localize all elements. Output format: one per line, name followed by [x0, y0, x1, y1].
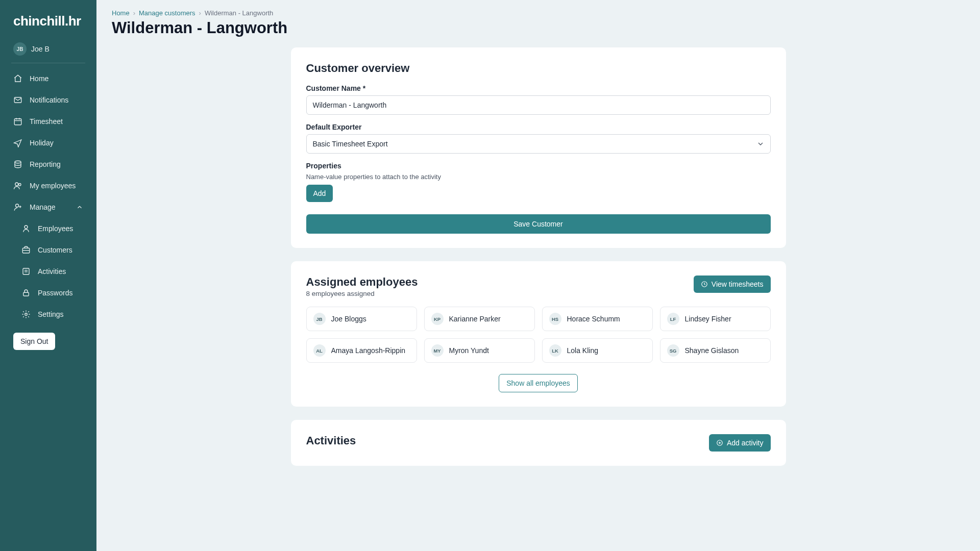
- svg-rect-1: [14, 119, 21, 125]
- sidebar-item-settings[interactable]: Settings: [5, 304, 91, 324]
- svg-rect-17: [23, 292, 29, 296]
- brand-logo: chinchill.hr: [0, 9, 96, 39]
- employee-name: Lindsey Fisher: [685, 315, 731, 323]
- employees-title: Assigned employees: [306, 276, 418, 289]
- user-name: Joe B: [31, 45, 50, 53]
- sidebar-item-label: Manage: [30, 203, 56, 211]
- overview-title: Customer overview: [306, 62, 771, 75]
- employee-name: Horace Schumm: [567, 315, 620, 323]
- clock-icon: [701, 281, 708, 288]
- sidebar-item-label: Customers: [38, 246, 72, 254]
- briefcase-icon: [21, 245, 31, 255]
- employee-avatar: AL: [313, 344, 326, 357]
- employee-card[interactable]: LKLola Kling: [542, 338, 653, 363]
- customer-overview-card: Customer overview Customer Name * Defaul…: [291, 47, 786, 248]
- svg-point-5: [15, 161, 21, 163]
- sidebar-item-timesheet[interactable]: Timesheet: [5, 111, 91, 132]
- view-timesheets-button[interactable]: View timesheets: [694, 276, 771, 293]
- svg-point-6: [15, 183, 18, 186]
- customer-name-field: Customer Name *: [306, 84, 771, 115]
- employee-name: Myron Yundt: [449, 346, 489, 355]
- add-activity-button[interactable]: Add activity: [709, 434, 771, 452]
- employee-card[interactable]: HSHorace Schumm: [542, 307, 653, 331]
- database-icon: [13, 160, 22, 169]
- sidebar-item-employees[interactable]: Employees: [5, 218, 91, 239]
- gear-icon: [21, 310, 31, 319]
- employee-card[interactable]: MYMyron Yundt: [424, 338, 535, 363]
- employees-grid: JBJoe BloggsKPKarianne ParkerHSHorace Sc…: [306, 307, 771, 363]
- divider: [11, 63, 85, 63]
- sidebar-item-notifications[interactable]: Notifications: [5, 90, 91, 110]
- sidebar-item-label: My employees: [30, 182, 76, 190]
- user-avatar: JB: [13, 42, 27, 56]
- sidebar-item-home[interactable]: Home: [5, 68, 91, 89]
- sidebar-item-passwords[interactable]: Passwords: [5, 283, 91, 303]
- breadcrumb-current: Wilderman - Langworth: [205, 9, 273, 17]
- sidebar-item-label: Reporting: [30, 160, 61, 168]
- employee-avatar: MY: [431, 344, 444, 357]
- breadcrumb-link-home[interactable]: Home: [112, 9, 130, 17]
- employee-card[interactable]: ALAmaya Langosh-Rippin: [306, 338, 417, 363]
- plus-circle-icon: [716, 439, 723, 446]
- properties-label: Properties: [306, 162, 771, 170]
- page-title: Wilderman - Langworth: [112, 19, 965, 37]
- show-all-employees-button[interactable]: Show all employees: [499, 374, 578, 392]
- employee-avatar: SG: [667, 344, 679, 357]
- lock-icon: [21, 288, 31, 297]
- user-plus-icon: [13, 203, 22, 212]
- properties-field: Properties Name-value properties to atta…: [306, 162, 771, 202]
- user-row[interactable]: JB Joe B: [0, 39, 96, 63]
- sidebar-nav: HomeNotificationsTimesheetHolidayReporti…: [0, 68, 96, 324]
- employee-name: Karianne Parker: [449, 315, 501, 323]
- default-exporter-label: Default Exporter: [306, 123, 771, 131]
- sidebar-item-label: Employees: [38, 224, 73, 233]
- sidebar-item-my-employees[interactable]: My employees: [5, 176, 91, 196]
- sidebar-item-label: Activities: [38, 267, 66, 276]
- plane-icon: [13, 138, 22, 147]
- main-content: Home › Manage customers › Wilderman - La…: [96, 0, 980, 551]
- add-property-button[interactable]: Add: [306, 185, 333, 202]
- activities-title: Activities: [306, 434, 356, 447]
- chevron-up-icon: [76, 204, 83, 211]
- default-exporter-select[interactable]: Basic Timesheet Export: [306, 134, 771, 154]
- sidebar-item-manage[interactable]: Manage: [5, 197, 91, 217]
- customer-name-input[interactable]: [306, 95, 771, 115]
- breadcrumb-link-manage[interactable]: Manage customers: [139, 9, 195, 17]
- assigned-employees-card: Assigned employees 8 employees assigned …: [291, 261, 786, 407]
- user-icon: [21, 224, 31, 233]
- save-customer-button[interactable]: Save Customer: [306, 214, 771, 234]
- properties-desc: Name-value properties to attach to the a…: [306, 173, 771, 181]
- employee-card[interactable]: SGShayne Gislason: [660, 338, 771, 363]
- sidebar-item-label: Home: [30, 74, 48, 83]
- mail-icon: [13, 95, 22, 105]
- sidebar-item-label: Notifications: [30, 96, 68, 104]
- chevron-right-icon: ›: [133, 9, 135, 17]
- sidebar-item-label: Passwords: [38, 289, 72, 297]
- employee-card[interactable]: JBJoe Bloggs: [306, 307, 417, 331]
- employee-card[interactable]: LFLindsey Fisher: [660, 307, 771, 331]
- sidebar-item-activities[interactable]: Activities: [5, 261, 91, 282]
- sidebar: chinchill.hr JB Joe B HomeNotificationsT…: [0, 0, 96, 551]
- activities-card: Activities Add activity: [291, 420, 786, 466]
- employee-card[interactable]: KPKarianne Parker: [424, 307, 535, 331]
- signout-button[interactable]: Sign Out: [13, 333, 55, 350]
- view-timesheets-label: View timesheets: [712, 280, 764, 288]
- employee-avatar: KP: [431, 313, 444, 325]
- sidebar-item-holiday[interactable]: Holiday: [5, 133, 91, 153]
- svg-point-8: [16, 204, 19, 207]
- employee-avatar: JB: [313, 313, 326, 325]
- employee-avatar: LK: [549, 344, 561, 357]
- svg-point-11: [24, 226, 28, 229]
- sidebar-item-customers[interactable]: Customers: [5, 240, 91, 260]
- employees-subtitle: 8 employees assigned: [306, 290, 418, 297]
- employee-name: Shayne Gislason: [685, 346, 739, 355]
- breadcrumb: Home › Manage customers › Wilderman - La…: [112, 9, 965, 17]
- users-icon: [13, 181, 22, 190]
- sidebar-item-reporting[interactable]: Reporting: [5, 154, 91, 174]
- home-icon: [13, 74, 22, 83]
- svg-rect-14: [23, 268, 29, 274]
- calendar-icon: [13, 117, 22, 126]
- add-activity-label: Add activity: [727, 439, 764, 447]
- employee-name: Joe Bloggs: [331, 315, 366, 323]
- sidebar-item-label: Holiday: [30, 139, 54, 147]
